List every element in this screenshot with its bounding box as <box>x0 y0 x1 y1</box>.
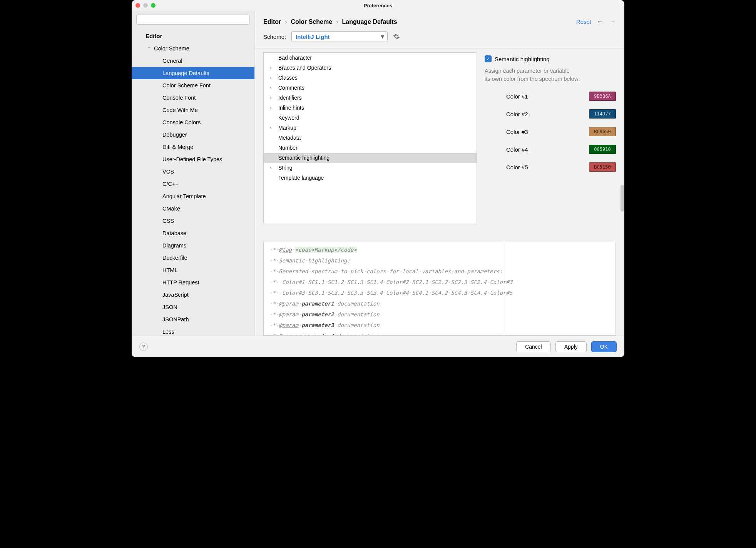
attribute-item[interactable]: Semantic highlighting <box>264 153 477 163</box>
sidebar-item[interactable]: JavaScript <box>132 289 254 301</box>
sidebar-item[interactable]: Color Scheme Font <box>132 79 254 92</box>
sidebar-item[interactable]: User-Defined File Types <box>132 153 254 165</box>
attribute-item[interactable]: ›Markup <box>264 123 477 133</box>
content-pane: Editor › Color Scheme › Language Default… <box>255 11 624 336</box>
sidebar-item[interactable]: C/C++ <box>132 178 254 190</box>
semantic-checkbox-label: Semantic highlighting <box>495 56 550 62</box>
semantic-checkbox[interactable]: ✓ <box>485 55 492 62</box>
scheme-value: IntelliJ Light <box>296 33 329 40</box>
attribute-item-label: Semantic highlighting <box>278 155 329 161</box>
attribute-item-label: Markup <box>278 125 296 131</box>
window-title: Preferences <box>132 3 624 8</box>
attribute-item-label: Number <box>278 145 298 151</box>
sidebar-item[interactable]: General <box>132 55 254 67</box>
gear-icon[interactable] <box>393 33 400 40</box>
sidebar-item[interactable]: Console Colors <box>132 116 254 129</box>
sidebar-item[interactable]: CSS <box>132 215 254 227</box>
color-label: Color #4 <box>506 146 528 153</box>
chevron-right-icon: › <box>270 93 272 103</box>
sidebar-item[interactable]: HTTP Request <box>132 276 254 289</box>
semantic-panel: ✓ Semantic highlighting Assign each para… <box>485 52 616 237</box>
chevron-right-icon: › <box>270 83 272 93</box>
search-input[interactable] <box>136 15 250 25</box>
attribute-item-label: Comments <box>278 85 304 91</box>
attribute-item[interactable]: ›Braces and Operators <box>264 63 477 73</box>
attribute-item[interactable]: ›Classes <box>264 73 477 83</box>
chevron-right-icon: › <box>270 163 272 173</box>
sidebar-item[interactable]: Code With Me <box>132 104 254 116</box>
sidebar-item[interactable]: CMake <box>132 202 254 215</box>
sidebar-tree[interactable]: Editor ›Color Scheme GeneralLanguage Def… <box>132 28 254 336</box>
sidebar-item[interactable]: JSON <box>132 301 254 313</box>
sidebar-item[interactable]: Debugger <box>132 129 254 141</box>
attribute-item[interactable]: ›String <box>264 163 477 173</box>
sidebar-item[interactable]: Language Defaults <box>132 67 254 79</box>
cancel-button[interactable]: Cancel <box>516 341 551 352</box>
footer: ? Cancel Apply OK <box>132 336 624 357</box>
color-row: Color #2114D77 <box>506 109 616 119</box>
attribute-item-label: String <box>278 165 293 171</box>
attribute-item-label: Bad character <box>278 55 312 61</box>
attribute-item[interactable]: ›Comments <box>264 83 477 93</box>
breadcrumb-color-scheme[interactable]: Color Scheme <box>291 18 333 25</box>
sidebar-group-editor[interactable]: Editor <box>132 30 254 42</box>
scrollbar-thumb[interactable] <box>621 185 624 212</box>
sidebar-item[interactable]: Diff & Merge <box>132 141 254 153</box>
color-row: Color #3BC8650 <box>506 127 616 136</box>
attribute-item[interactable]: Template language <box>264 173 477 183</box>
attribute-item[interactable]: ›Inline hints <box>264 103 477 113</box>
semantic-description: Assign each parameter or variable its ow… <box>485 67 616 83</box>
chevron-right-icon: › <box>270 123 272 133</box>
sidebar-item[interactable]: Dockerfile <box>132 252 254 264</box>
code-preview[interactable]: ·*·@tag·<code>Markup</code>·*·Semantic·h… <box>263 242 616 336</box>
preferences-window: Preferences Editor ›Color Scheme General… <box>132 0 624 357</box>
attribute-item[interactable]: Number <box>264 143 477 153</box>
help-icon[interactable]: ? <box>139 342 148 351</box>
color-row: Color #19B3B6A <box>506 92 616 101</box>
attribute-item-label: Keyword <box>278 115 299 121</box>
attribute-item[interactable]: ›Identifiers <box>264 93 477 103</box>
color-swatch[interactable]: BC8650 <box>589 127 616 136</box>
sidebar-item[interactable]: JSONPath <box>132 313 254 326</box>
color-swatch[interactable]: 114D77 <box>589 109 616 119</box>
color-list: Color #19B3B6AColor #2114D77Color #3BC86… <box>485 92 616 172</box>
ok-button[interactable]: OK <box>591 341 617 352</box>
color-row: Color #5BC5150 <box>506 162 616 172</box>
attribute-item[interactable]: Metadata <box>264 133 477 143</box>
color-swatch[interactable]: 9B3B6A <box>589 92 616 101</box>
reset-link[interactable]: Reset <box>576 18 591 25</box>
attribute-item-label: Template language <box>278 175 324 181</box>
chevron-right-icon: › <box>336 18 338 25</box>
breadcrumb: Editor › Color Scheme › Language Default… <box>263 18 397 25</box>
attribute-item-label: Classes <box>278 75 298 81</box>
sidebar-item[interactable]: Angular Template <box>132 190 254 202</box>
breadcrumb-editor[interactable]: Editor <box>263 18 281 25</box>
sidebar-item[interactable]: Database <box>132 227 254 239</box>
color-swatch[interactable]: BC5150 <box>589 162 616 172</box>
chevron-down-icon: › <box>144 47 156 50</box>
forward-icon: → <box>609 18 616 26</box>
sidebar: Editor ›Color Scheme GeneralLanguage Def… <box>132 11 255 336</box>
apply-button[interactable]: Apply <box>555 341 587 352</box>
attribute-item-label: Metadata <box>278 135 301 141</box>
sidebar-item[interactable]: Less <box>132 326 254 336</box>
color-label: Color #2 <box>506 111 528 117</box>
color-label: Color #1 <box>506 93 528 100</box>
attribute-item-label: Inline hints <box>278 105 304 111</box>
color-row: Color #4005910 <box>506 145 616 154</box>
chevron-right-icon: › <box>270 103 272 113</box>
sidebar-group-color-scheme[interactable]: ›Color Scheme <box>132 42 254 55</box>
color-swatch[interactable]: 005910 <box>589 145 616 154</box>
attribute-item[interactable]: Keyword <box>264 113 477 123</box>
chevron-right-icon: › <box>270 63 272 73</box>
back-icon[interactable]: ← <box>597 18 604 26</box>
scheme-select[interactable]: IntelliJ Light <box>291 31 388 42</box>
attribute-item[interactable]: Bad character <box>264 53 477 63</box>
chevron-right-icon: › <box>270 73 272 83</box>
sidebar-item[interactable]: VCS <box>132 165 254 178</box>
sidebar-item[interactable]: Diagrams <box>132 239 254 252</box>
breadcrumb-language-defaults: Language Defaults <box>342 18 397 25</box>
sidebar-item[interactable]: Console Font <box>132 92 254 104</box>
attributes-tree[interactable]: Bad character›Braces and Operators›Class… <box>263 52 477 223</box>
sidebar-item[interactable]: HTML <box>132 264 254 276</box>
